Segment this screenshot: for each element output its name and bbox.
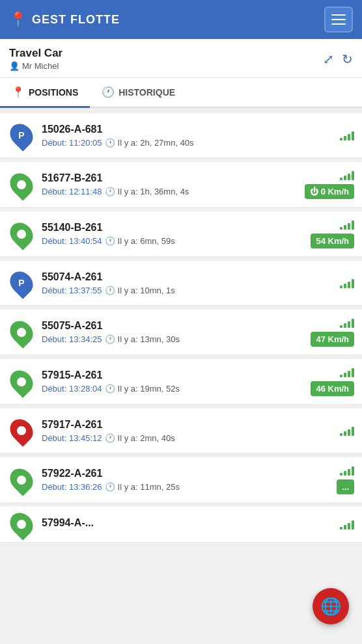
signal-bar-1	[340, 178, 342, 180]
vehicle-detail: Début: 11:20:05 🕐Il y a: 2h, 27mn, 40s	[42, 138, 332, 148]
vehicle-plate: 55075-A-261	[42, 320, 303, 332]
signal-bars	[340, 219, 354, 230]
vehicle-plate: 55140-B-261	[42, 222, 303, 234]
list-item[interactable]: 55075-A-261 Début: 13:34:25 🕐Il y a: 13m…	[0, 310, 362, 355]
signal-bars	[340, 367, 354, 377]
signal-bar-3	[348, 523, 350, 530]
signal-bar-4	[352, 319, 354, 328]
list-item[interactable]: 57917-A-261 Début: 13:45:12 🕐Il y a: 2mn…	[0, 409, 362, 453]
vehicle-right	[340, 519, 354, 530]
debut-label: Début: 13:34:25	[42, 334, 102, 344]
vehicle-detail: Début: 13:34:25 🕐Il y a: 13mn, 30s	[42, 334, 303, 344]
debut-label: Début: 13:40:54	[42, 236, 102, 246]
driver-name: Mr Michel	[22, 61, 59, 71]
vehicle-info: 57922-A-261 Début: 13:36:26 🕐Il y a: 11m…	[42, 468, 329, 492]
positions-tab-label: POSITIONS	[29, 87, 78, 98]
signal-bar-2	[344, 225, 346, 230]
app-logo: 📍 GEST FLOTTE	[9, 11, 120, 28]
signal-bar-4	[352, 466, 354, 476]
signal-bar-4	[352, 279, 354, 288]
list-item[interactable]: 51677-B-261 Début: 12:11:48 🕐Il y a: 1h,…	[0, 162, 362, 208]
signal-bar-3	[348, 174, 350, 180]
green-pin-icon	[9, 510, 34, 539]
signal-bar-3	[348, 321, 350, 328]
signal-bar-1	[340, 527, 342, 530]
speed-badge: 47 Km/h	[311, 332, 354, 347]
location-pin-icon: 📍	[9, 11, 27, 28]
green-pin-icon	[9, 170, 34, 199]
signal-bars	[340, 170, 354, 180]
vehicle-plate: 57915-A-261	[42, 369, 303, 381]
vehicle-group-subtitle: 👤 Mr Michel	[9, 61, 63, 71]
hamburger-line-1	[331, 14, 346, 16]
vehicle-right	[340, 425, 354, 436]
speed-badge: 54 Km/h	[311, 234, 354, 248]
signal-bars	[340, 317, 354, 328]
debut-label: Début: 11:20:05	[42, 138, 102, 148]
signal-bar-2	[344, 373, 346, 377]
vehicle-info: 57994-A-...	[42, 517, 332, 531]
debut-label: Début: 13:45:12	[42, 433, 102, 443]
vehicle-detail: Début: 13:37:55 🕐Il y a: 10mn, 1s	[42, 286, 332, 295]
historique-tab-label: HISTORIQUE	[118, 87, 175, 98]
parking-icon: ⏻	[310, 187, 318, 196]
vehicle-plate: 55074-A-261	[42, 271, 332, 283]
signal-bar-4	[352, 131, 354, 141]
globe-icon: 🌐	[320, 597, 341, 617]
signal-bar-1	[340, 286, 342, 288]
list-item[interactable]: 57994-A-...	[0, 507, 362, 543]
signal-bar-1	[340, 325, 342, 328]
signal-bar-2	[344, 176, 346, 180]
signal-bar-2	[344, 136, 346, 141]
signal-bar-1	[340, 138, 342, 141]
list-item[interactable]: 55140-B-261 Début: 13:40:54 🕐Il y a: 6mn…	[0, 211, 362, 257]
signal-bar-4	[352, 520, 354, 530]
vehicle-info: 57915-A-261 Début: 13:28:04 🕐Il y a: 19m…	[42, 369, 303, 394]
vehicle-plate: 57994-A-...	[42, 517, 332, 529]
hamburger-button[interactable]	[324, 7, 353, 33]
vehicle-plate: 15026-A-681	[42, 124, 332, 135]
signal-bars	[340, 130, 354, 141]
signal-bar-2	[344, 431, 346, 436]
signal-bar-2	[344, 525, 346, 530]
vehicle-list: P 15026-A-681 Début: 11:20:05 🕐Il y a: 2…	[0, 108, 362, 548]
red-pin-icon	[9, 416, 34, 445]
vehicle-plate: 51677-B-261	[42, 172, 297, 184]
vehicle-detail: Début: 13:45:12 🕐Il y a: 2mn, 40s	[42, 433, 332, 443]
list-item[interactable]: P 55074-A-261 Début: 13:37:55 🕐Il y a: 1…	[0, 261, 362, 306]
signal-bar-1	[340, 473, 342, 476]
positions-tab-icon: 📍	[12, 86, 25, 98]
vehicle-detail: Début: 12:11:48 🕐Il y a: 1h, 36mn, 4s	[42, 187, 297, 196]
vehicle-info: 55140-B-261 Début: 13:40:54 🕐Il y a: 6mn…	[42, 222, 303, 246]
tab-historique[interactable]: 🕐 HISTORIQUE	[90, 78, 187, 108]
user-icon: 👤	[9, 61, 20, 71]
globe-fab-button[interactable]: 🌐	[313, 588, 349, 624]
green-pin-icon	[9, 466, 34, 494]
list-item[interactable]: P 15026-A-681 Début: 11:20:05 🕐Il y a: 2…	[0, 113, 362, 158]
signal-bar-4	[352, 221, 354, 230]
sub-header: Travel Car 👤 Mr Michel ⤢ ↻	[0, 39, 362, 78]
refresh-button[interactable]: ↻	[342, 51, 353, 67]
vehicle-info: 57917-A-261 Début: 13:45:12 🕐Il y a: 2mn…	[42, 419, 332, 443]
vehicle-info: 15026-A-681 Début: 11:20:05 🕐Il y a: 2h,…	[42, 124, 332, 148]
green-pin-icon	[9, 368, 34, 396]
tab-positions[interactable]: 📍 POSITIONS	[0, 78, 90, 108]
signal-bar-1	[340, 433, 342, 436]
vehicle-info: 55075-A-261 Début: 13:34:25 🕐Il y a: 13m…	[42, 320, 303, 344]
vehicle-info: 55074-A-261 Début: 13:37:55 🕐Il y a: 10m…	[42, 271, 332, 295]
vehicle-detail: Début: 13:28:04 🕐Il y a: 19mn, 52s	[42, 384, 303, 394]
vehicle-plate: 57917-A-261	[42, 419, 332, 431]
signal-bars	[340, 465, 354, 476]
signal-bar-4	[352, 427, 354, 436]
hamburger-line-3	[331, 23, 346, 25]
expand-button[interactable]: ⤢	[323, 51, 334, 67]
signal-bar-3	[348, 134, 350, 141]
speed-badge: 46 Km/h	[311, 381, 354, 396]
list-item[interactable]: 57915-A-261 Début: 13:28:04 🕐Il y a: 19m…	[0, 359, 362, 405]
hamburger-line-2	[331, 19, 346, 20]
list-item[interactable]: 57922-A-261 Début: 13:36:26 🕐Il y a: 11m…	[0, 457, 362, 503]
sub-header-actions: ⤢ ↻	[323, 51, 353, 67]
vehicle-right	[340, 278, 354, 288]
app-header: 📍 GEST FLOTTE	[0, 0, 362, 39]
signal-bar-2	[344, 471, 346, 476]
